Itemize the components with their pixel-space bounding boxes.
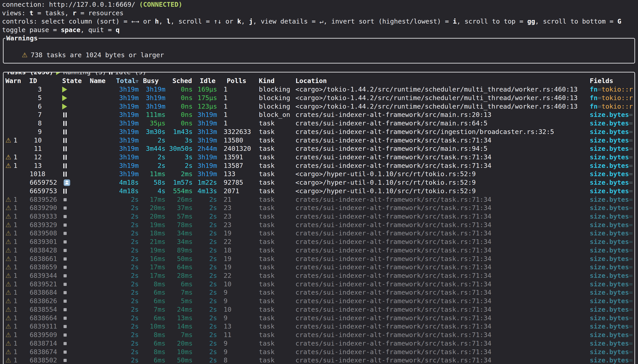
task-row[interactable]: 113h19m3m44s30m50s2h44m2401320taskcrates… bbox=[4, 144, 634, 153]
task-row[interactable]: ⚠168385022s6ms50ms2s8taskcrates/sui-inde… bbox=[4, 356, 634, 364]
task-row[interactable]: ⚠168393112s10ms14ms2s13taskcrates/sui-in… bbox=[4, 322, 634, 331]
task-id-cell: 1018 bbox=[30, 170, 45, 178]
task-row[interactable]: ⚠1123h19m2s3s3h19m13591taskcrates/sui-in… bbox=[4, 153, 634, 162]
task-row[interactable]: 83h19m35µs0ns3h19m1taskcrates/sui-indexe… bbox=[4, 119, 634, 128]
busy-cell: 6ms bbox=[135, 356, 166, 364]
fields-cell: size.bytes= bbox=[590, 356, 633, 364]
task-id-cell: 6 bbox=[29, 102, 42, 111]
task-row[interactable]: ⚠168384282s19ms89ms2s18taskcrates/sui-in… bbox=[4, 246, 634, 255]
column-header-name[interactable]: Name bbox=[90, 77, 106, 85]
warning-icon: ⚠ bbox=[6, 153, 11, 162]
task-id-cell: 6838428 bbox=[30, 246, 57, 255]
task-row[interactable]: ⚠168386612s16ms50ms2s19taskcrates/sui-in… bbox=[4, 255, 634, 263]
task-row[interactable]: ⚠168386592s17ms64ms2s19taskcrates/sui-in… bbox=[4, 263, 634, 272]
warning-icon: ⚠ bbox=[6, 288, 11, 297]
total-cell: 3h19m bbox=[108, 170, 139, 178]
column-header-warn[interactable]: Warn bbox=[6, 77, 21, 85]
warning-item: ⚠738 tasks are 1024 bytes or larger bbox=[6, 42, 164, 68]
task-row[interactable]: ⚠168395212s8ms6ms2s10taskcrates/sui-inde… bbox=[4, 280, 634, 288]
polls-cell: 92785 bbox=[224, 178, 243, 187]
column-header-kind[interactable]: Kind bbox=[259, 77, 274, 85]
total-cell: 3h19m bbox=[108, 94, 139, 102]
total-cell: 2s bbox=[108, 314, 139, 322]
warnings-panel: Warnings ⚠738 tasks are 1024 bytes or la… bbox=[3, 38, 635, 64]
column-header-polls[interactable]: Polls bbox=[227, 77, 246, 85]
stopped-icon bbox=[64, 266, 67, 269]
column-header-location[interactable]: Location bbox=[296, 77, 327, 85]
task-row[interactable]: ⚠168393292s19ms78ms2s23taskcrates/sui-in… bbox=[4, 221, 634, 229]
idle-cell: 2s bbox=[186, 297, 217, 306]
task-row[interactable]: ⚠1133h19m2s2s3h19m13587taskcrates/sui-in… bbox=[4, 162, 634, 170]
polls-cell: 1 bbox=[224, 111, 228, 119]
task-row[interactable]: 66597524m18s58s1m57s1m22s92785task<cargo… bbox=[4, 178, 634, 187]
controls-key: k bbox=[237, 18, 241, 25]
kind-cell: task bbox=[259, 272, 274, 280]
column-header-idle[interactable]: Idle bbox=[200, 77, 216, 85]
warn-count-cell: 1 bbox=[14, 339, 17, 348]
kind-cell: task bbox=[259, 196, 274, 204]
fields-cell: size.bytes= bbox=[590, 331, 633, 339]
views-text: = tasks, bbox=[34, 9, 73, 17]
column-header-id[interactable]: ID bbox=[29, 77, 37, 85]
field-name: size.bytes bbox=[590, 136, 629, 144]
total-cell: 3h19m bbox=[108, 102, 139, 111]
polls-cell: 19 bbox=[224, 263, 232, 272]
task-row[interactable]: ⚠168387142s6ms20ms2s9taskcrates/sui-inde… bbox=[4, 339, 634, 348]
column-header-fields[interactable]: Fields bbox=[590, 77, 613, 85]
busy-cell: 20ms bbox=[135, 212, 166, 221]
field-name: size.bytes bbox=[590, 263, 629, 271]
task-row[interactable]: 93h19m3m30s1m43s3h13m3322633taskcrates/s… bbox=[4, 128, 634, 136]
field-equals: = bbox=[629, 246, 633, 254]
task-row[interactable]: 73h19m111ms0ns3h19m1block_oncrates/sui-i… bbox=[4, 111, 634, 119]
column-header-total[interactable]: Total▿ bbox=[116, 77, 138, 86]
task-row[interactable]: ⚠1103h19m2s3s3h19m13580taskcrates/sui-in… bbox=[4, 136, 634, 145]
total-cell: 2s bbox=[108, 331, 139, 339]
task-row[interactable]: ⚠168386742s8ms10ms2s9taskcrates/sui-inde… bbox=[4, 348, 634, 356]
warn-count-cell: 1 bbox=[14, 246, 17, 255]
location-cell: <cargo>/tokio-1.44.2/src/runtime/schedul… bbox=[296, 94, 578, 102]
idle-cell: 1m22s bbox=[186, 178, 217, 187]
column-header-state[interactable]: State bbox=[62, 77, 82, 85]
task-row[interactable]: ⚠168393012s21ms34ms2s22taskcrates/sui-in… bbox=[4, 238, 634, 246]
fields-cell: size.bytes= bbox=[590, 238, 633, 246]
task-row[interactable]: 63h19m3h19m0ns123µs1blocking<cargo>/toki… bbox=[4, 102, 634, 111]
busy-cell: 2s bbox=[135, 136, 166, 145]
idle-cell: 2s bbox=[186, 229, 217, 238]
column-header-sched[interactable]: Sched bbox=[172, 77, 192, 85]
kind-cell: task bbox=[259, 170, 274, 178]
task-row[interactable]: ⚠168386842s6ms7ms2s9taskcrates/sui-index… bbox=[4, 288, 634, 297]
busy-cell: 3m30s bbox=[135, 128, 166, 136]
task-row[interactable]: ⚠168386262s6ms5ms2s9taskcrates/sui-index… bbox=[4, 297, 634, 306]
busy-cell: 7ms bbox=[135, 306, 166, 314]
field-name: size.bytes bbox=[590, 128, 629, 136]
idle-cell: 3h19m bbox=[186, 111, 217, 119]
task-row[interactable]: 53h19m3h19m0ns175µs1blocking<cargo>/toki… bbox=[4, 94, 634, 102]
busy-cell: 2s bbox=[135, 162, 166, 170]
task-row[interactable]: ⚠168395262s17ms26ms2s21taskcrates/sui-in… bbox=[4, 196, 634, 204]
task-id-cell: 6839333 bbox=[30, 212, 57, 221]
polls-cell: 1 bbox=[224, 94, 228, 102]
task-row[interactable]: ⚠168393442s17ms28ms2s22taskcrates/sui-in… bbox=[4, 272, 634, 280]
total-cell: 2s bbox=[108, 280, 139, 288]
paused-icon bbox=[63, 163, 67, 168]
task-row[interactable]: ⚠168395082s18ms34ms2s19taskcrates/sui-in… bbox=[4, 229, 634, 238]
task-row[interactable]: 33h19m3h19m0ns169µs1blocking<cargo>/toki… bbox=[4, 85, 634, 94]
task-row[interactable]: ⚠168385542s7ms24ms2s10taskcrates/sui-ind… bbox=[4, 306, 634, 314]
stopped-icon bbox=[64, 224, 67, 227]
idle-cell: 2s bbox=[186, 196, 217, 204]
fields-cell: size.bytes= bbox=[590, 144, 633, 153]
toggle-help-line: toggle pause = space, quit = q bbox=[2, 26, 120, 34]
task-row[interactable]: 10183h19m11ms2ms3h19m133task<cargo>/hype… bbox=[4, 170, 634, 178]
task-row[interactable]: 66597534m18s4s554ms4m13s2071task<cargo>/… bbox=[4, 187, 634, 196]
task-row[interactable]: ⚠168395092s8ms7ms2s11taskcrates/sui-inde… bbox=[4, 331, 634, 339]
task-row[interactable]: ⚠168392902s20ms37ms2s23taskcrates/sui-in… bbox=[4, 204, 634, 212]
location-cell: crates/sui-indexer-alt-framework/src/tas… bbox=[296, 212, 492, 221]
task-row[interactable]: ⚠168393332s20ms57ms2s23taskcrates/sui-in… bbox=[4, 212, 634, 221]
busy-cell: 17ms bbox=[135, 196, 166, 204]
column-header-busy[interactable]: Busy bbox=[143, 77, 159, 85]
total-cell: 3h19m bbox=[108, 144, 139, 153]
running-icon bbox=[56, 72, 60, 75]
warn-count-cell: 1 bbox=[14, 314, 17, 322]
warning-icon: ⚠ bbox=[6, 272, 11, 280]
task-row[interactable]: ⚠168386642s6ms13ms2s9taskcrates/sui-inde… bbox=[4, 314, 634, 322]
